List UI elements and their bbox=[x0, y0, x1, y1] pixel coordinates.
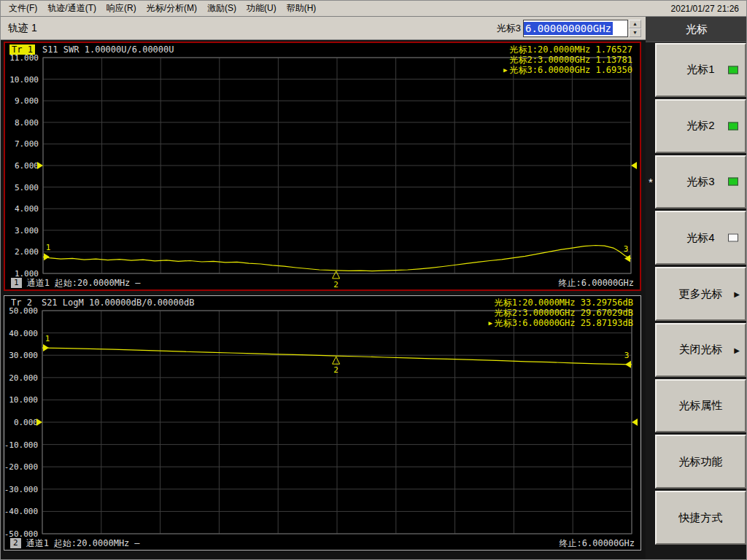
active-marker-star: * bbox=[649, 176, 653, 188]
toolbar: 轨迹 1 光标3 6.000000000GHz ▲ ▼ bbox=[1, 17, 646, 40]
softkey-label: 光标1 bbox=[686, 63, 714, 77]
sweep-start-label: 起始:20.0000MHz bbox=[54, 537, 129, 550]
menu-item[interactable]: 激励(S) bbox=[202, 1, 241, 16]
trace1-status-bar: 1 通道1 起始:20.0000MHz — 终止:6.00000GHz bbox=[5, 276, 640, 289]
marker-state-led bbox=[728, 178, 738, 186]
softkey-label: 光标3 bbox=[686, 175, 714, 189]
trace2-marker-readouts: 光标1:20.0000MHz 33.29756dB光标2:3.00000GHz … bbox=[488, 298, 633, 328]
trace1-plot-area[interactable]: 11.00010.0009.0008.0007.0006.0005.0004.0… bbox=[5, 55, 640, 276]
menu-item[interactable]: 功能(U) bbox=[241, 1, 282, 16]
marker-readout-line: 光标2:3.00000GHz 1.13781 bbox=[503, 55, 632, 65]
marker-number-label: 1 bbox=[46, 243, 51, 252]
active-marker-indicator-icon: ▶ bbox=[503, 66, 507, 74]
menu-bar: 文件(F)轨迹/通道(T)响应(R)光标/分析(M)激励(S)功能(U)帮助(H… bbox=[1, 1, 746, 17]
marker-readout-line: ▶光标3:6.00000GHz 1.69350 bbox=[503, 65, 632, 75]
trace1-header: Tr 1 S11 SWR 1.00000U/6.00000U bbox=[9, 44, 174, 55]
marker-symbol-1 bbox=[43, 344, 49, 351]
softkey-label: 更多光标 bbox=[679, 287, 723, 301]
y-tick-label: 7.000 bbox=[15, 139, 39, 149]
y-tick-label: 3.000 bbox=[15, 226, 39, 236]
y-tick-label: 5.000 bbox=[15, 183, 39, 192]
trace2-tag[interactable]: Tr 2 bbox=[9, 298, 34, 308]
softkey-label: 快捷方式 bbox=[679, 511, 723, 525]
marker-entry-field: 光标3 6.000000000GHz ▲ ▼ bbox=[497, 20, 641, 37]
marker-readout-line: 光标1:20.0000MHz 33.29756dB bbox=[488, 298, 633, 308]
y-tick-label: 9.000 bbox=[15, 96, 39, 106]
trace2-measurement-label: S21 LogM 10.00000dB/0.00000dB bbox=[42, 298, 195, 308]
spin-up-button[interactable]: ▲ bbox=[629, 20, 641, 28]
sidebar-buttons: 光标1光标2光标3*光标4更多光标▶关闭光标▶光标属性光标功能快捷方式 bbox=[646, 43, 746, 545]
softkey-光标功能[interactable]: 光标功能 bbox=[655, 435, 746, 489]
softkey-光标属性[interactable]: 光标属性 bbox=[655, 379, 746, 433]
marker-frequency-input[interactable]: 6.000000000GHz bbox=[523, 20, 628, 37]
softkey-label: 光标属性 bbox=[679, 399, 723, 413]
trace2-header: Tr 2 S21 LogM 10.00000dB/0.00000dB bbox=[9, 298, 194, 308]
trace1-measurement-label: S11 SWR 1.00000U/6.00000U bbox=[42, 44, 174, 55]
softkey-label: 光标功能 bbox=[679, 455, 723, 469]
trace1-tag[interactable]: Tr 1 bbox=[9, 44, 35, 55]
softkey-更多光标[interactable]: 更多光标▶ bbox=[655, 267, 746, 321]
channel-badge: 1 bbox=[11, 278, 22, 288]
y-tick-label: 20.000 bbox=[9, 373, 38, 383]
vna-application-window: 文件(F)轨迹/通道(T)响应(R)光标/分析(M)激励(S)功能(U)帮助(H… bbox=[0, 0, 747, 560]
y-tick-label: 6.000 bbox=[15, 161, 39, 171]
channel-label: 通道1 bbox=[26, 537, 49, 550]
submenu-arrow-icon: ▶ bbox=[734, 290, 740, 298]
y-tick-label: -40.000 bbox=[4, 507, 38, 516]
trace2-status-bar: 2 通道1 起始:20.0000MHz — 终止:6.00000GHz bbox=[4, 537, 640, 550]
y-tick-label: 0.000 bbox=[14, 418, 38, 427]
softkey-光标3[interactable]: 光标3* bbox=[655, 155, 746, 209]
active-trace-label: 轨迹 1 bbox=[8, 22, 37, 35]
softkey-关闭光标[interactable]: 关闭光标▶ bbox=[655, 323, 746, 377]
marker-frequency-value: 6.000000000GHz bbox=[524, 22, 613, 35]
softkey-label: 关闭光标 bbox=[679, 343, 723, 357]
submenu-arrow-icon: ▶ bbox=[734, 346, 740, 354]
marker-state-led bbox=[728, 66, 738, 74]
y-tick-label: 2.000 bbox=[15, 247, 39, 257]
softkey-光标1[interactable]: 光标1 bbox=[655, 43, 746, 97]
marker-symbol-3 bbox=[625, 361, 631, 368]
ref-level-arrow-left bbox=[36, 419, 42, 426]
sidebar-title: 光标 bbox=[646, 17, 747, 42]
menu-item[interactable]: 帮助(H) bbox=[282, 1, 322, 16]
marker-symbol-2 bbox=[333, 357, 340, 364]
ref-level-arrow-left bbox=[37, 162, 43, 169]
softkey-sidebar: 光标 光标1光标2光标3*光标4更多光标▶关闭光标▶光标属性光标功能快捷方式 bbox=[646, 17, 747, 559]
marker-state-led bbox=[728, 234, 738, 242]
marker-number-label: 3 bbox=[624, 351, 630, 360]
menu-item[interactable]: 轨迹/通道(T) bbox=[42, 1, 101, 16]
spin-down-button[interactable]: ▼ bbox=[629, 28, 641, 37]
sweep-stop-label: 终止:6.00000GHz bbox=[560, 537, 635, 550]
softkey-光标4[interactable]: 光标4 bbox=[655, 211, 746, 265]
ref-level-arrow-right bbox=[632, 419, 638, 426]
trace2-plot-area[interactable]: 50.00040.00030.00020.00010.0000.000-10.0… bbox=[4, 308, 640, 537]
sweep-indicator: — bbox=[135, 278, 140, 288]
frequency-spinner: ▲ ▼ bbox=[629, 20, 641, 37]
channel-label: 通道1 bbox=[27, 277, 50, 289]
y-tick-label: 10.000 bbox=[9, 395, 38, 405]
menu-item[interactable]: 光标/分析(M) bbox=[142, 1, 202, 16]
y-tick-label: 30.000 bbox=[9, 351, 38, 360]
y-tick-label: 10.000 bbox=[9, 75, 39, 85]
marker-readout-line: ▶光标3:6.00000GHz 25.87193dB bbox=[488, 318, 633, 328]
sweep-indicator: — bbox=[134, 538, 139, 548]
softkey-label: 光标4 bbox=[686, 231, 714, 245]
marker-state-led bbox=[728, 122, 738, 130]
trace1-panel: Tr 1 S11 SWR 1.00000U/6.00000U 光标1:20.00… bbox=[4, 42, 641, 291]
menu-item[interactable]: 响应(R) bbox=[101, 1, 142, 16]
y-tick-label: -30.000 bbox=[4, 485, 38, 494]
softkey-光标2[interactable]: 光标2 bbox=[655, 99, 746, 153]
softkey-快捷方式[interactable]: 快捷方式 bbox=[655, 491, 746, 545]
sweep-start-label: 起始:20.0000MHz bbox=[55, 277, 130, 289]
marker-number-label: 1 bbox=[45, 334, 50, 343]
ref-level-arrow-right bbox=[631, 162, 637, 169]
channel-badge: 2 bbox=[10, 538, 21, 548]
marker-readout-line: 光标1:20.0000MHz 1.76527 bbox=[503, 44, 632, 55]
y-tick-label: -10.000 bbox=[4, 440, 38, 450]
menu-item[interactable]: 文件(F) bbox=[4, 1, 42, 16]
marker-number-label: 2 bbox=[333, 365, 338, 375]
y-tick-label: 40.000 bbox=[9, 329, 38, 338]
clock: 2021/01/27 21:26 bbox=[671, 4, 743, 14]
marker-readout-line: 光标2:3.00000GHz 29.67029dB bbox=[488, 308, 633, 318]
menu-items: 文件(F)轨迹/通道(T)响应(R)光标/分析(M)激励(S)功能(U)帮助(H… bbox=[4, 1, 321, 16]
